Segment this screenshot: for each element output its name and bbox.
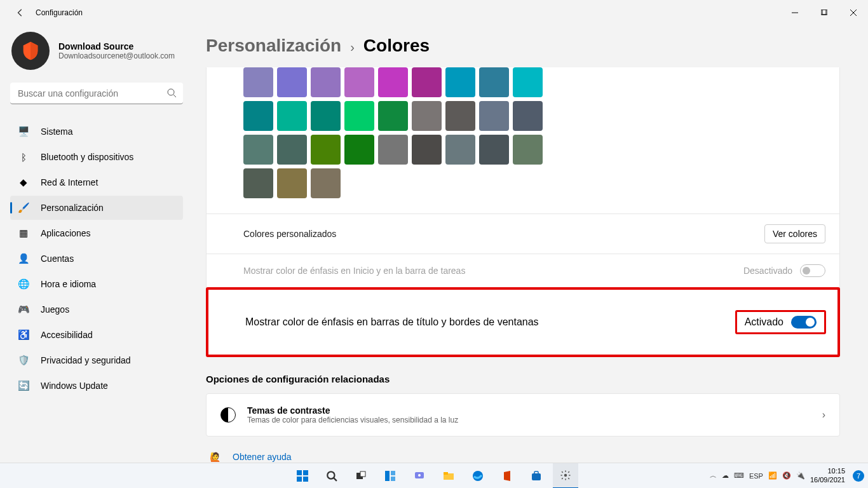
power-icon[interactable]: 🔌 [796,471,805,480]
notification-badge[interactable]: 7 [853,470,864,482]
onedrive-icon[interactable]: ☁ [722,471,729,480]
sidebar-item-1[interactable]: ᛒBluetooth y dispositivos [10,145,183,169]
color-swatch[interactable] [311,168,341,198]
accent-title-borders-label: Mostrar color de énfasis en barras de tí… [245,316,539,328]
sidebar-item-8[interactable]: ♿Accesibilidad [10,323,183,347]
nav-icon: 👤 [18,253,29,264]
nav-label: Red & Internet [41,177,98,187]
color-swatch[interactable] [479,101,509,131]
accent-start-taskbar-toggle [800,264,825,277]
svg-rect-16 [391,471,395,475]
view-colors-button[interactable]: Ver colores [764,224,825,243]
clock-time: 10:15 [810,467,845,475]
minimize-button[interactable] [780,0,810,25]
highlighted-setting: Mostrar color de énfasis en barras de tí… [206,287,840,357]
color-swatch[interactable] [445,67,475,97]
svg-line-6 [173,95,176,97]
sidebar-item-0[interactable]: 🖥️Sistema [10,119,183,144]
get-help-label: Obtener ayuda [233,452,292,462]
color-swatch[interactable] [479,135,509,165]
maximize-button[interactable] [810,0,839,25]
svg-rect-14 [360,471,365,477]
widgets-button[interactable] [377,463,403,489]
color-swatch[interactable] [243,168,273,198]
close-button[interactable] [839,0,868,25]
color-swatch[interactable] [513,67,543,97]
tray-chevron-icon[interactable]: ︿ [710,471,717,480]
color-swatch[interactable] [479,67,509,97]
color-swatch[interactable] [344,101,374,131]
language-indicator[interactable]: ESP [749,472,763,480]
color-swatch[interactable] [412,101,442,131]
svg-rect-8 [303,470,308,475]
svg-rect-24 [534,471,538,474]
accent-start-taskbar-state: Desactivado [743,266,792,276]
color-swatch[interactable] [378,101,408,131]
color-swatch[interactable] [344,67,374,97]
volume-icon[interactable]: 🔇 [782,471,791,480]
contrast-themes-link[interactable]: Temas de contraste Temas de color para d… [206,393,840,437]
file-explorer-button[interactable] [436,463,461,489]
nav-label: Personalización [41,203,104,213]
color-swatch[interactable] [378,67,408,97]
taskbar-search-button[interactable] [319,463,344,489]
sidebar-item-3[interactable]: 🖌️Personalización [10,196,183,220]
settings-button[interactable] [553,463,578,489]
search-icon [166,88,177,100]
sidebar-item-5[interactable]: 👤Cuentas [10,247,183,271]
color-swatch[interactable] [344,135,374,165]
color-swatch[interactable] [311,135,341,165]
nav-icon: 🔄 [18,380,29,391]
color-swatch[interactable] [243,135,273,165]
color-swatch[interactable] [513,101,543,131]
svg-point-19 [418,474,421,477]
color-swatch[interactable] [277,135,307,165]
svg-rect-10 [303,477,308,482]
color-swatch[interactable] [243,67,273,97]
breadcrumb-parent[interactable]: Personalización [206,36,341,56]
user-profile[interactable]: Download Source Downloadsourcenet@outloo… [10,32,183,70]
svg-point-5 [168,89,174,95]
profile-name: Download Source [58,41,175,51]
sidebar-item-10[interactable]: 🔄Windows Update [10,374,183,398]
color-swatch[interactable] [311,101,341,131]
clock[interactable]: 10:15 16/09/2021 [810,467,845,484]
keyboard-icon[interactable]: ⌨ [734,471,744,480]
store-button[interactable] [524,463,549,489]
nav-icon: 🛡️ [18,355,29,366]
color-swatch[interactable] [277,67,307,97]
color-swatch[interactable] [378,135,408,165]
color-swatch[interactable] [243,101,273,131]
office-button[interactable] [494,463,520,489]
color-swatch[interactable] [277,101,307,131]
wifi-icon[interactable]: 📶 [768,471,777,480]
svg-rect-7 [297,470,302,475]
color-swatch[interactable] [445,101,475,131]
start-button[interactable] [290,463,315,489]
color-swatch-grid [206,67,840,214]
sidebar-item-9[interactable]: 🛡️Privacidad y seguridad [10,348,183,372]
sidebar-item-6[interactable]: 🌐Hora e idioma [10,272,183,296]
color-swatch[interactable] [311,67,341,97]
related-settings-heading: Opciones de configuración relacionadas [206,374,840,384]
sidebar-item-7[interactable]: 🎮Juegos [10,297,183,322]
search-input[interactable] [10,83,183,104]
profile-email: Downloadsourcenet@outlook.com [58,51,175,60]
svg-rect-15 [385,471,390,481]
chat-button[interactable] [407,463,432,489]
get-help-link[interactable]: 🙋 Obtener ayuda [206,452,840,462]
accent-start-taskbar-label: Mostrar color de énfasis en Inicio y en … [243,266,465,276]
accent-title-borders-toggle[interactable] [791,316,817,329]
sidebar-item-4[interactable]: ▦Aplicaciones [10,221,183,245]
color-swatch[interactable] [412,135,442,165]
color-swatch[interactable] [277,168,307,198]
color-swatch[interactable] [412,67,442,97]
task-view-button[interactable] [348,463,374,489]
sidebar-item-2[interactable]: ◆Red & Internet [10,170,183,194]
edge-button[interactable] [465,463,491,489]
nav-label: Windows Update [41,381,108,391]
breadcrumb-current: Colores [363,36,430,56]
back-button[interactable] [14,6,27,19]
color-swatch[interactable] [513,135,543,165]
color-swatch[interactable] [445,135,475,165]
